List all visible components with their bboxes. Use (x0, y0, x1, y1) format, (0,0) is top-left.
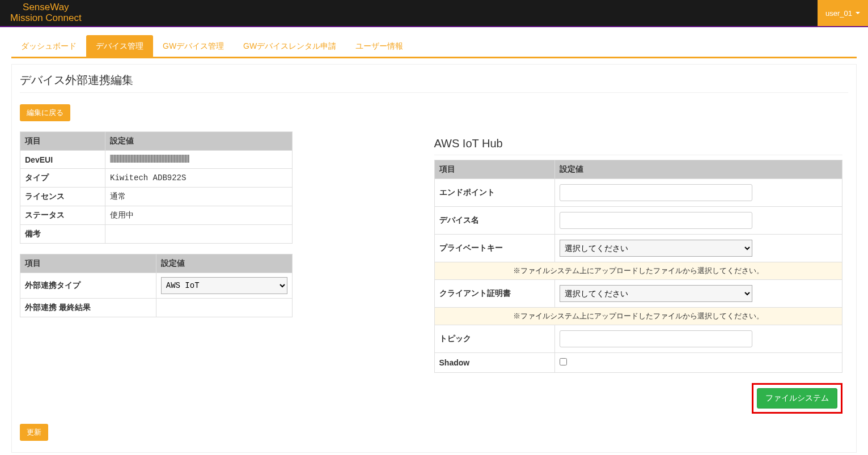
logo-line-2: Mission Connect (10, 13, 82, 24)
page-title: デバイス外部連携編集 (20, 73, 848, 93)
ext-type-cell: AWS IoT (156, 273, 292, 299)
logo: SenseWay Mission Connect (0, 0, 82, 26)
th-item-2: 項目 (20, 254, 156, 273)
update-button[interactable]: 更新 (20, 424, 48, 441)
tab-gw-rental[interactable]: GWデバイスレンタル申請 (234, 35, 346, 57)
main-panel: デバイス外部連携編集 編集に戻る 項目 設定値 DevEUI タイプ Kiw (11, 64, 857, 453)
type-value: Kiwitech ADB922S (105, 169, 293, 188)
th-item: 項目 (20, 132, 105, 151)
tab-user-info[interactable]: ユーザー情報 (346, 35, 413, 57)
status-label: ステータス (20, 206, 105, 225)
privkey-label: プライベートキー (434, 235, 555, 262)
tab-device-mgmt[interactable]: デバイス管理 (86, 35, 153, 57)
privkey-note: ※ファイルシステム上にアップロードしたファイルから選択してください。 (434, 262, 842, 280)
devicename-input[interactable] (560, 212, 752, 229)
clientcert-note: ※ファイルシステム上にアップロードしたファイルから選択してください。 (434, 308, 842, 325)
note-label: 備考 (20, 225, 105, 244)
shadow-label: Shadow (434, 353, 555, 373)
tab-dashboard[interactable]: ダッシュボード (11, 35, 86, 57)
ext-type-label: 外部連携タイプ (20, 273, 156, 299)
right-column: AWS IoT Hub 項目 設定値 エンドポイント デバイス名 (434, 131, 849, 414)
deveui-blurred (110, 155, 189, 163)
aws-heading: AWS IoT Hub (434, 137, 843, 155)
aws-config-table: 項目 設定値 エンドポイント デバイス名 プライベートキー (434, 160, 843, 373)
aws-th-value: 設定値 (555, 160, 842, 179)
filesystem-button[interactable]: ファイルシステム (757, 388, 837, 409)
type-label: タイプ (20, 169, 105, 188)
left-column: 項目 設定値 DevEUI タイプ Kiwitech ADB922S ライセンス… (20, 131, 434, 414)
license-label: ライセンス (20, 188, 105, 206)
topic-input[interactable] (560, 330, 752, 347)
deveui-label: DevEUI (20, 151, 105, 169)
deveui-value (105, 151, 293, 169)
privkey-select[interactable]: 選択してください (560, 240, 752, 257)
th-value-2: 設定値 (156, 254, 292, 273)
top-header: SenseWay Mission Connect user_01 (0, 0, 868, 27)
user-menu[interactable]: user_01 (818, 0, 868, 26)
device-info-table: 項目 設定値 DevEUI タイプ Kiwitech ADB922S ライセンス… (20, 131, 293, 244)
tab-gw-device-mgmt[interactable]: GWデバイス管理 (153, 35, 234, 57)
back-button[interactable]: 編集に戻る (20, 104, 70, 121)
filesystem-highlight: ファイルシステム (752, 383, 842, 414)
note-value (105, 225, 293, 244)
clientcert-label: クライアント証明書 (434, 280, 555, 308)
ext-link-table: 項目 設定値 外部連携タイプ AWS IoT 外部連携 最終結果 (20, 254, 293, 317)
ext-result-label: 外部連携 最終結果 (20, 299, 156, 317)
ext-result-value (156, 299, 292, 317)
user-label: user_01 (825, 9, 852, 18)
clientcert-select[interactable]: 選択してください (560, 285, 752, 302)
tabs: ダッシュボード デバイス管理 GWデバイス管理 GWデバイスレンタル申請 ユーザ… (11, 35, 857, 58)
devicename-label: デバイス名 (434, 207, 555, 235)
endpoint-input[interactable] (560, 184, 752, 201)
logo-line-1: SenseWay (10, 2, 82, 13)
shadow-checkbox[interactable] (560, 358, 567, 365)
aws-th-item: 項目 (434, 160, 555, 179)
topic-label: トピック (434, 325, 555, 353)
license-value: 通常 (105, 188, 293, 206)
ext-type-select[interactable]: AWS IoT (161, 277, 287, 294)
status-value: 使用中 (105, 206, 293, 225)
endpoint-label: エンドポイント (434, 179, 555, 207)
chevron-down-icon (856, 12, 860, 14)
th-value: 設定値 (105, 132, 293, 151)
